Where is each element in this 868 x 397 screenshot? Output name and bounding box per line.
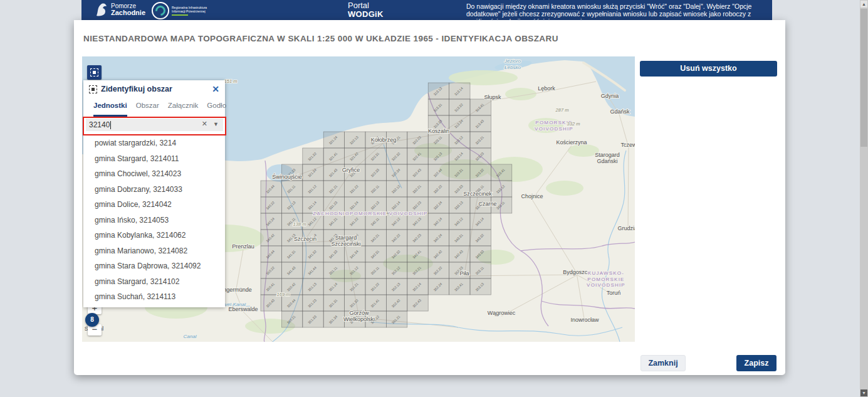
scrollbar-up-button[interactable]: ▲ — [860, 1, 867, 8]
map-label: Szczecin — [294, 236, 316, 242]
wizard-header-banner: Pomorze Zachodnie Regionalna Infrastrukt… — [81, 0, 772, 20]
map-label: Wągrowiec — [488, 310, 516, 316]
map-label: 287 m — [555, 107, 569, 113]
map-label: Czarne — [478, 201, 496, 207]
result-item[interactable]: gmina Dobrzany, 3214033 — [83, 182, 225, 198]
result-item[interactable]: gmina Stargard, 3214102 — [83, 274, 225, 290]
tab-załącznik[interactable]: Załącznik — [168, 102, 199, 117]
map-label: Grudziądz — [617, 225, 635, 231]
map-label: Gryfice — [342, 167, 360, 173]
result-item[interactable]: gmina Kobylanka, 3214062 — [83, 228, 225, 243]
portal-line2: WODGiK — [348, 10, 384, 19]
tab-godło[interactable]: Godło — [207, 102, 226, 117]
scrollbar-thumb[interactable] — [860, 9, 867, 147]
map-label: Prenzlau — [232, 243, 254, 250]
map-label: Szczecinek — [463, 191, 492, 197]
portal-wodgik-logo: Portal WODGiK — [348, 1, 384, 19]
map-label: Piła — [459, 270, 469, 277]
result-item[interactable]: gmina Marianowo, 3214082 — [83, 243, 225, 259]
map-label: Gdańsk — [610, 109, 630, 115]
map-canvas[interactable]: 313.13313.14313.31313.32313.41313.33313.… — [82, 56, 635, 342]
map-label: Kołobrzeg — [371, 137, 397, 143]
result-item[interactable]: gmina Dolice, 3214042 — [83, 197, 225, 213]
annotation-highlight-box — [83, 117, 226, 135]
tab-obszar[interactable]: Obszar — [136, 102, 159, 117]
page-scrollbar[interactable]: ▲ ▼ — [860, 0, 868, 397]
panel-title: Zidentyfikuj obszar — [101, 85, 212, 93]
riip-line2: Informacji Przestrzennej — [172, 9, 207, 13]
brand-region-line2: Zachodnie — [111, 9, 145, 16]
map-label: StargardSzczeciński — [331, 235, 360, 247]
map-label: 169 m — [277, 292, 290, 297]
map-label: 332 m — [567, 121, 580, 127]
result-item[interactable]: powiat stargardzki, 3214 — [83, 135, 225, 151]
identification-dialog: NIESTANDARDOWA MAPA TOPOGRAFICZNA W SKAL… — [74, 20, 785, 375]
map-label: Słupsk — [484, 94, 501, 100]
remove-all-button[interactable]: Usuń wszystko — [640, 61, 777, 77]
map-label: KUJAWSKO-POMORSKIEVOIVODSHIP — [587, 270, 625, 288]
map-label: Toruń — [607, 290, 621, 296]
map-label: 138 m — [293, 221, 306, 227]
tab-jednostki[interactable]: Jednostki — [93, 102, 127, 117]
map-label: Chojnice — [521, 193, 543, 199]
identify-area-tool-button[interactable] — [87, 65, 102, 80]
map-label: Tczew — [620, 142, 635, 148]
map-label: Koszalin — [428, 128, 449, 134]
map-label: ZACHODNIOPOMORSKIE VOIVODSHIP — [313, 211, 427, 216]
pomorze-zachodnie-logo: Pomorze Zachodnie — [94, 2, 145, 17]
result-item[interactable]: gmina Suchań, 3214113 — [83, 289, 225, 305]
identify-area-panel: Zidentyfikuj obszar ✕ JednostkiObszarZał… — [83, 80, 225, 307]
map-label: Inowrocław — [570, 317, 599, 323]
portal-line1: Portal — [348, 1, 384, 10]
map-label: Bydgoszcz — [563, 269, 590, 275]
panel-tabs: JednostkiObszarZałącznikGodło — [83, 98, 225, 117]
map-label: Świnoujście — [272, 173, 302, 180]
riip-logo: Regionalna Infrastruktura Informacji Prz… — [152, 2, 207, 19]
panel-close-icon[interactable]: ✕ — [212, 84, 219, 94]
riip-green-bar — [172, 14, 188, 16]
scrollbar-down-button[interactable]: ▼ — [860, 389, 867, 396]
identify-area-panel-icon — [89, 85, 97, 93]
map-label: Lębork — [538, 85, 555, 92]
save-button[interactable]: Zapisz — [736, 355, 776, 371]
map-label: Canal — [184, 334, 197, 339]
map-label: StarogardGdański — [595, 152, 620, 164]
griffin-icon — [94, 2, 108, 17]
result-item[interactable]: gmina Stargard, 3214011 — [83, 151, 225, 167]
zoom-level-badge: 8 — [85, 313, 99, 327]
map-label: Gdynia — [601, 93, 619, 99]
close-dialog-button[interactable]: Zamknij — [641, 355, 686, 371]
dialog-title: NIESTANDARDOWA MAPA TOPOGRAFICZNA W SKAL… — [83, 34, 558, 43]
result-item[interactable]: gmina Stara Dąbrowa, 3214092 — [83, 258, 225, 274]
identify-area-icon — [90, 68, 98, 77]
riip-circle-icon — [152, 2, 169, 19]
result-item[interactable]: gmina Chociwel, 3214023 — [83, 166, 225, 182]
map-label: 151 m — [224, 78, 238, 84]
result-item[interactable]: gmina Ińsko, 3214053 — [83, 213, 225, 228]
map-label: JezioroŁebsko — [504, 58, 521, 70]
search-results-list: powiat stargardzki, 3214gmina Stargard, … — [83, 134, 225, 307]
map-label: Kościerzyna — [556, 139, 587, 146]
